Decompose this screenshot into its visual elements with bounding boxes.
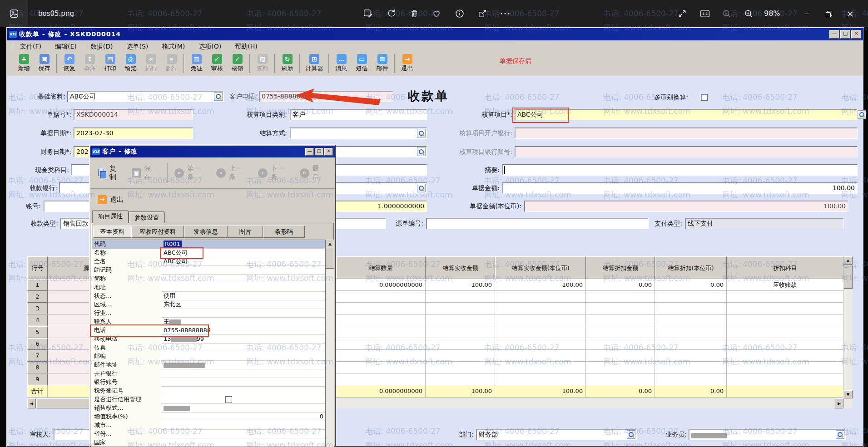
property-value[interactable]: 使用 xyxy=(162,292,325,300)
delete-button[interactable] xyxy=(403,0,425,27)
menu-item-1[interactable]: 编辑(E) xyxy=(48,43,84,51)
v-scrollbar-thumb[interactable] xyxy=(843,265,853,289)
property-row-15[interactable]: 开户银行 xyxy=(92,369,325,378)
zoom-level[interactable]: 98% xyxy=(764,0,780,27)
dialog-tab-0[interactable]: 项目属性 xyxy=(92,210,129,223)
table-cell[interactable] xyxy=(495,373,586,385)
more-options-button[interactable] xyxy=(494,0,516,27)
source-no-field[interactable] xyxy=(426,218,649,229)
table-cell[interactable] xyxy=(727,314,843,326)
menu-item-3[interactable]: 选单(S) xyxy=(119,43,155,51)
property-row-12[interactable]: 传真 xyxy=(92,344,325,352)
h-scroll-right-button[interactable]: ▶ xyxy=(835,398,843,408)
dialog-scrollbar-track[interactable] xyxy=(326,240,334,447)
toolbar-button-insert-row[interactable]: «插行 xyxy=(141,53,161,73)
menu-item-5[interactable]: 选项(O) xyxy=(192,43,228,51)
table-cell[interactable] xyxy=(586,350,655,362)
property-value[interactable] xyxy=(162,266,325,275)
table-cell[interactable] xyxy=(727,338,843,350)
toolbar-button-preview[interactable]: ◎预览 xyxy=(120,53,141,73)
pay-type-field[interactable]: 线下支付 xyxy=(685,218,844,229)
app-icon-slab[interactable] xyxy=(0,0,28,27)
table-cell[interactable] xyxy=(495,326,586,338)
property-value[interactable] xyxy=(162,387,325,395)
property-row-7[interactable]: 区域...东北区 xyxy=(92,300,325,309)
toolbar-button-voucher[interactable]: ▥凭证 xyxy=(186,53,207,73)
table-cell[interactable] xyxy=(426,291,495,303)
table-cell[interactable]: 0.0000000000 xyxy=(336,279,426,291)
table-cell[interactable] xyxy=(655,303,727,314)
table-cell[interactable] xyxy=(586,303,655,314)
kis-window-titlebar[interactable]: KIS 收款单 - 修改 - XSKD000014 — □ × xyxy=(7,28,863,40)
h-scroll-left-button[interactable]: ◀ xyxy=(27,398,36,408)
actual-size-button[interactable]: 1:1 xyxy=(694,0,716,27)
menu-item-6[interactable]: 帮助(H) xyxy=(228,43,264,51)
table-cell[interactable] xyxy=(655,314,727,326)
basic-data-lookup-icon[interactable] xyxy=(214,92,223,101)
edit-image-button[interactable] xyxy=(357,0,379,27)
table-cell[interactable] xyxy=(586,362,655,373)
summary-field[interactable] xyxy=(502,164,858,176)
item-bank-field[interactable] xyxy=(515,128,858,139)
table-cell[interactable] xyxy=(727,291,843,303)
department-field[interactable]: 财务部 xyxy=(476,429,637,440)
dialog-toolbar-last[interactable]: »最后 xyxy=(300,164,326,182)
dialog-toolbar-copy[interactable]: 复制 xyxy=(98,164,123,182)
table-header-7[interactable]: 结算折扣(本位币) xyxy=(655,256,727,279)
table-cell[interactable] xyxy=(655,373,727,385)
table-cell[interactable] xyxy=(586,373,655,385)
zoom-in-button[interactable] xyxy=(738,0,759,27)
table-cell[interactable] xyxy=(336,303,426,314)
favorite-button[interactable] xyxy=(426,0,447,27)
table-row-number[interactable]: 3 xyxy=(27,303,48,314)
table-cell[interactable]: 100.00 xyxy=(426,279,495,291)
table-cell[interactable] xyxy=(655,291,727,303)
table-row-number[interactable]: 5 xyxy=(27,326,48,338)
table-header-8[interactable]: 折扣科目 xyxy=(727,256,843,279)
property-row-3[interactable]: 助记码 xyxy=(92,266,325,275)
credit-management-checkbox[interactable] xyxy=(225,396,232,403)
property-row-2[interactable]: 全名ABC公司 xyxy=(92,257,325,266)
salesman-field[interactable] xyxy=(689,429,846,440)
table-cell[interactable] xyxy=(495,303,586,314)
dialog-close-button[interactable]: × xyxy=(324,148,333,156)
toolbar-button-sort[interactable]: ↕单序 xyxy=(79,53,100,73)
dialog-subtab-0[interactable]: 基本资料 xyxy=(93,226,131,238)
property-value[interactable] xyxy=(162,438,325,447)
table-cell[interactable] xyxy=(495,314,586,326)
v-scroll-down-button[interactable]: ▼ xyxy=(843,390,853,398)
toolbar-button-message[interactable]: …消息 xyxy=(331,53,352,73)
table-cell[interactable] xyxy=(426,314,495,326)
item-bank-account-field[interactable] xyxy=(515,146,858,157)
property-row-16[interactable]: 银行账号 xyxy=(92,378,325,387)
salesman-lookup-icon[interactable] xyxy=(836,430,844,439)
property-row-5[interactable]: 地址 xyxy=(92,283,325,292)
property-row-14[interactable]: 邮件地址 xyxy=(92,361,325,369)
toolbar-button-delete-row[interactable]: »删行 xyxy=(161,53,182,73)
fullscreen-button[interactable] xyxy=(671,0,693,27)
table-cell[interactable] xyxy=(336,362,426,373)
property-value[interactable] xyxy=(162,378,325,387)
table-cell[interactable] xyxy=(727,373,843,385)
dialog-scrollbar-thumb[interactable] xyxy=(326,248,334,269)
bill-amount-base-field[interactable]: 100.00 xyxy=(524,201,848,212)
settle-method-field[interactable] xyxy=(290,128,427,139)
toolbar-button-exit[interactable]: →退出 xyxy=(397,53,417,73)
table-header-3[interactable]: 结算数量 xyxy=(336,256,426,279)
table-cell[interactable] xyxy=(336,314,426,326)
property-row-18[interactable]: 是否进行信用管理 xyxy=(92,395,325,404)
toolbar-button-writeoff[interactable]: ✓核销 xyxy=(227,53,248,73)
property-row-20[interactable]: 增值税率(%)0 xyxy=(92,413,325,421)
table-cell[interactable] xyxy=(426,362,495,373)
table-row-number[interactable]: 4 xyxy=(27,314,48,326)
kis-maximize-button[interactable]: □ xyxy=(840,30,850,39)
table-cell[interactable] xyxy=(655,338,727,350)
property-value[interactable] xyxy=(162,369,325,378)
rotate-button[interactable] xyxy=(381,0,402,27)
table-row-number[interactable]: 7 xyxy=(27,350,48,362)
kis-close-button[interactable]: × xyxy=(851,30,861,39)
table-cell[interactable] xyxy=(495,338,586,350)
property-row-1[interactable]: 名称ABC公司 xyxy=(92,249,325,257)
table-cell[interactable] xyxy=(655,350,727,362)
table-cell[interactable] xyxy=(426,350,495,362)
